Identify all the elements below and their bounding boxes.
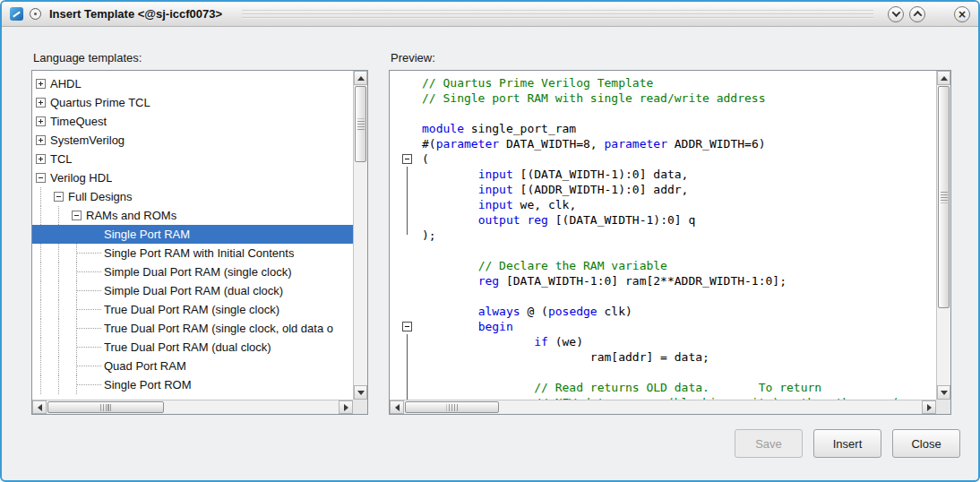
tree-item-ahdl[interactable]: AHDL bbox=[32, 74, 353, 93]
save-button[interactable]: Save bbox=[735, 429, 803, 458]
tree-item-label: Simple Dual Port RAM (single clock) bbox=[104, 265, 292, 279]
close-window-button[interactable] bbox=[954, 6, 970, 22]
arrow-down-icon bbox=[941, 391, 948, 395]
tree-horizontal-scrollbar[interactable] bbox=[32, 400, 353, 414]
expand-toggle-icon[interactable] bbox=[36, 154, 46, 164]
tree-branch-connector bbox=[90, 244, 104, 263]
tree-indent-guide bbox=[54, 281, 72, 300]
code-text bbox=[422, 305, 478, 318]
code-keyword: reg bbox=[527, 213, 547, 227]
scrollbar-thumb[interactable] bbox=[938, 86, 950, 308]
code-keyword: output bbox=[478, 213, 520, 227]
tree-item-single-port-ram[interactable]: Single Port RAM bbox=[32, 225, 353, 244]
scrollbar-corner bbox=[353, 400, 367, 414]
code-keyword: input bbox=[478, 168, 513, 181]
close-button[interactable]: Close bbox=[892, 429, 960, 458]
tree-item-true-dual-port-ram-dual-clock[interactable]: True Dual Port RAM (dual clock) bbox=[32, 338, 353, 357]
tree-branch-connector bbox=[90, 375, 104, 394]
tree-indent-guide bbox=[54, 244, 72, 263]
scroll-right-button[interactable] bbox=[922, 400, 936, 414]
fold-guide-line bbox=[407, 380, 408, 395]
scroll-down-button[interactable] bbox=[937, 385, 950, 400]
expand-toggle-icon[interactable] bbox=[36, 98, 46, 108]
tree-item-label: Single Port ROM bbox=[104, 378, 192, 392]
dialog-footer: Save Insert Close bbox=[735, 429, 960, 458]
tree-item-single-port-rom[interactable]: Single Port ROM bbox=[32, 375, 353, 394]
collapse-toggle-icon[interactable] bbox=[54, 192, 64, 202]
code-comment: // Single port RAM with single read/writ… bbox=[422, 91, 766, 105]
tree-indent-guide bbox=[54, 300, 72, 319]
tree-item-true-dual-port-ram-single-clock-old-data-o[interactable]: True Dual Port RAM (single clock, old da… bbox=[32, 319, 353, 338]
code-line: input [(ADDR_WIDTH-1):0] addr, bbox=[390, 182, 936, 197]
fold-guide-line bbox=[407, 212, 408, 228]
arrow-left-icon bbox=[38, 404, 42, 411]
titlebar-context-icon[interactable] bbox=[30, 8, 41, 20]
scroll-up-button[interactable] bbox=[937, 71, 950, 85]
code-line: reg [DATA_WIDTH-1:0] ram[2**ADDR_WIDTH-1… bbox=[390, 273, 936, 288]
expand-toggle-icon[interactable] bbox=[36, 135, 46, 145]
window-title: Insert Template <@sj-iccf0073> bbox=[49, 7, 222, 21]
tree-indent-guide bbox=[36, 357, 54, 375]
code-text bbox=[422, 183, 478, 196]
code-line: // Quartus Prime Verilog Template bbox=[390, 75, 936, 90]
fold-collapse-icon[interactable] bbox=[402, 322, 412, 331]
scroll-left-button[interactable] bbox=[390, 400, 404, 414]
tree-item-true-dual-port-ram-single-clock[interactable]: True Dual Port RAM (single clock) bbox=[32, 300, 353, 319]
code-comment: // Read returns OLD data. To return bbox=[534, 381, 821, 394]
tree-item-label: SystemVerilog bbox=[50, 133, 125, 147]
tree-item-single-port-ram-with-initial-contents[interactable]: Single Port RAM with Initial Contents bbox=[32, 244, 353, 263]
tree-item-verilog-hdl[interactable]: Verilog HDL bbox=[32, 168, 353, 187]
code-keyword: input bbox=[478, 183, 513, 196]
scroll-left-button[interactable] bbox=[32, 400, 47, 414]
code-keyword: parameter bbox=[605, 137, 667, 151]
code-line: #(parameter DATA_WIDTH=8, parameter ADDR… bbox=[390, 136, 936, 151]
tree-indent-guide bbox=[36, 300, 54, 319]
tree-item-quad-port-ram[interactable]: Quad Port RAM bbox=[32, 357, 353, 375]
fold-collapse-icon[interactable] bbox=[402, 154, 412, 164]
collapse-toggle-icon[interactable] bbox=[36, 173, 46, 183]
scroll-down-button[interactable] bbox=[354, 385, 367, 400]
insert-button[interactable]: Insert bbox=[813, 429, 881, 458]
scrollbar-thumb[interactable] bbox=[47, 401, 164, 413]
code-keyword: module bbox=[422, 122, 464, 135]
preview-vertical-scrollbar[interactable] bbox=[936, 71, 950, 400]
tree-indent-guide bbox=[54, 357, 72, 375]
shade-button[interactable] bbox=[888, 6, 904, 22]
tree-item-simple-dual-port-ram-single-clock[interactable]: Simple Dual Port RAM (single clock) bbox=[32, 263, 353, 281]
expand-toggle-icon[interactable] bbox=[36, 79, 46, 89]
scrollbar-thumb[interactable] bbox=[405, 401, 499, 413]
scrollbar-thumb[interactable] bbox=[355, 86, 366, 162]
tree-item-rams-and-roms[interactable]: RAMs and ROMs bbox=[32, 206, 353, 225]
fold-guide-line bbox=[407, 167, 408, 182]
code-area[interactable]: // Quartus Prime Verilog Template// Sing… bbox=[390, 71, 936, 400]
code-keyword: begin bbox=[478, 320, 513, 333]
chevron-up-icon bbox=[913, 11, 922, 20]
code-text bbox=[422, 168, 478, 181]
tree-item-label: Single Port RAM bbox=[104, 228, 190, 241]
template-tree-panel: AHDLQuartus Prime TCLTimeQuestSystemVeri… bbox=[31, 70, 368, 415]
preview-horizontal-scrollbar[interactable] bbox=[390, 400, 936, 414]
tree-vertical-scrollbar[interactable] bbox=[353, 71, 367, 400]
code-keyword: reg bbox=[478, 274, 499, 288]
collapse-toggle-icon[interactable] bbox=[72, 211, 82, 220]
tree-branch-connector bbox=[90, 319, 104, 338]
scroll-right-button[interactable] bbox=[339, 400, 353, 414]
code-text: #( bbox=[422, 137, 436, 151]
tree-item-tcl[interactable]: TCL bbox=[32, 150, 353, 168]
tree-branch-connector bbox=[90, 225, 104, 244]
code-line: input [(DATA_WIDTH-1):0] data, bbox=[390, 167, 936, 182]
tree-indent-guide bbox=[36, 319, 54, 338]
tree-item-timequest[interactable]: TimeQuest bbox=[32, 112, 353, 131]
tree-item-quartus-prime-tcl[interactable]: Quartus Prime TCL bbox=[32, 93, 353, 112]
tree-item-simple-dual-port-ram-dual-clock[interactable]: Simple Dual Port RAM (dual clock) bbox=[32, 281, 353, 300]
tree-item-label: True Dual Port RAM (single clock, old da… bbox=[104, 322, 333, 335]
tree-indent-guide bbox=[72, 225, 90, 244]
tree-item-systemverilog[interactable]: SystemVerilog bbox=[32, 131, 353, 150]
maximize-button[interactable] bbox=[909, 6, 925, 22]
titlebar[interactable]: Insert Template <@sj-iccf0073> bbox=[2, 2, 978, 27]
tree-item-full-designs[interactable]: Full Designs bbox=[32, 187, 353, 206]
expand-toggle-icon[interactable] bbox=[36, 116, 46, 126]
code-line: if (we) bbox=[390, 334, 936, 349]
scroll-up-button[interactable] bbox=[354, 71, 367, 85]
titlebar-grip bbox=[242, 10, 873, 19]
